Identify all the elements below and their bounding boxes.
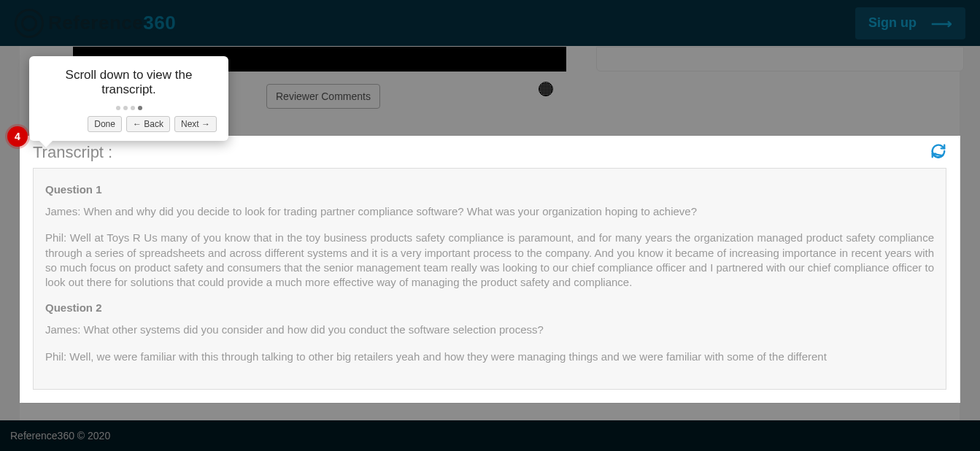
tour-overlay-left [0, 136, 20, 403]
transcript-paragraph: James: What other systems did you consid… [45, 323, 934, 337]
tour-popover: Scroll down to view the transcript. Done… [29, 56, 228, 141]
tour-progress-dots [41, 106, 217, 110]
transcript-paragraph: Phil: Well, we were familiar with this t… [45, 350, 934, 364]
tour-dot[interactable] [138, 106, 142, 110]
tour-step-marker: 4 [7, 126, 28, 147]
transcript-scroll-area[interactable]: Question 1James: When and why did you de… [33, 168, 946, 390]
tour-dot[interactable] [116, 106, 120, 110]
tour-message: Scroll down to view the transcript. [41, 68, 217, 97]
tour-dot[interactable] [131, 106, 135, 110]
transcript-paragraph: James: When and why did you decide to lo… [45, 204, 934, 219]
tour-next-button[interactable]: Next → [174, 116, 217, 132]
transcript-panel: Transcript : Question 1James: When and w… [20, 136, 960, 403]
tour-back-button[interactable]: ← Back [126, 116, 170, 132]
refresh-icon[interactable] [930, 143, 946, 159]
tour-done-button[interactable]: Done [88, 116, 122, 132]
transcript-title: Transcript : [33, 143, 946, 162]
transcript-question-heading: Question 2 [45, 301, 934, 314]
transcript-question-heading: Question 1 [45, 183, 934, 196]
tour-dot[interactable] [123, 106, 128, 110]
tour-overlay-bottom [0, 403, 980, 451]
transcript-paragraph: Phil: Well at Toys R Us many of you know… [45, 231, 934, 290]
tour-overlay-right [960, 136, 980, 403]
